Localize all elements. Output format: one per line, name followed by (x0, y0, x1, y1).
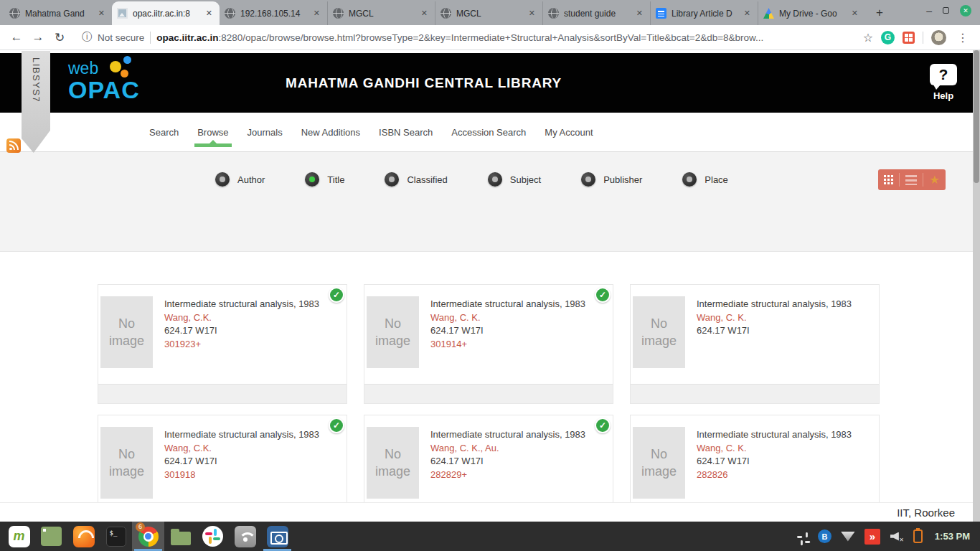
book-author[interactable]: Wang, C.K. (164, 442, 326, 456)
close-tab-icon[interactable]: ✕ (527, 7, 537, 19)
volume-muted-icon[interactable] (890, 530, 904, 543)
close-tab-icon[interactable]: ✕ (634, 7, 645, 19)
nav-journals[interactable]: Journals (238, 113, 292, 151)
sync-app-tray-icon[interactable]: » (864, 529, 880, 545)
help-label: Help (925, 90, 961, 101)
close-tab-icon[interactable]: ✕ (742, 7, 753, 19)
nav-accession-search[interactable]: Accession Search (442, 113, 535, 151)
minimize-button[interactable]: – (926, 5, 932, 17)
network-settings-launcher[interactable] (229, 522, 261, 551)
book-title[interactable]: Intermediate structural analysis, 1983 (164, 428, 326, 442)
terminal-launcher[interactable]: $_ (100, 522, 132, 551)
reload-button[interactable]: ↻ (50, 28, 69, 47)
show-desktop-button[interactable] (35, 522, 67, 551)
result-card[interactable]: ✓ No image Intermediate structural analy… (364, 284, 613, 404)
book-title[interactable]: Intermediate structural analysis, 1983 (697, 428, 859, 442)
accession-number[interactable]: 301923+ (164, 338, 326, 352)
address-bar[interactable]: ⓘ Not secure opac.iitr.ac.in:8280/opac/b… (72, 31, 860, 44)
new-tab-button[interactable]: + (870, 3, 890, 23)
nav-isbn-search[interactable]: ISBN Search (369, 113, 442, 151)
forward-button[interactable]: → (29, 28, 47, 47)
grid-view-button[interactable] (884, 175, 893, 184)
radio-icon[interactable] (385, 172, 399, 187)
list-view-button[interactable] (905, 175, 917, 185)
accession-number[interactable]: 301918 (164, 468, 326, 482)
close-tab-icon[interactable]: ✕ (311, 7, 322, 19)
book-title[interactable]: Intermediate structural analysis, 1983 (164, 298, 326, 311)
security-label[interactable]: Not secure (98, 32, 144, 43)
radio-icon[interactable] (581, 172, 595, 187)
wifi-icon (235, 526, 256, 547)
browser-tab[interactable]: MGCL ✕ (327, 1, 435, 25)
radio-icon[interactable] (305, 172, 319, 187)
bluetooth-icon[interactable]: B (818, 529, 831, 543)
book-author[interactable]: Wang, C. K. (430, 311, 593, 325)
scrollbar-thumb[interactable] (974, 50, 979, 183)
slack-launcher[interactable] (197, 522, 229, 551)
book-title[interactable]: Intermediate structural analysis, 1983 (697, 298, 859, 311)
back-button[interactable]: ← (7, 28, 26, 47)
accession-number[interactable]: 282829+ (430, 468, 593, 482)
logo-web-text: web (68, 60, 147, 77)
book-title[interactable]: Intermediate structural analysis, 1983 (430, 428, 593, 442)
help-question-icon[interactable]: ? (930, 64, 957, 85)
page-scrollbar[interactable] (973, 50, 980, 522)
available-check-icon: ✓ (329, 287, 344, 303)
browser-tab[interactable]: opac.iitr.ac.in:8 ✕ (112, 1, 220, 25)
radio-icon[interactable] (682, 172, 697, 187)
book-author[interactable]: Wang, C. K. (697, 311, 859, 325)
web-opac-logo[interactable]: web OPAC (68, 60, 147, 103)
book-author[interactable]: Wang, C. K., Au. (430, 442, 593, 456)
radio-title[interactable]: Title (305, 172, 344, 187)
grammarly-extension-icon[interactable]: G (881, 31, 895, 44)
book-author[interactable]: Wang, C. K. (697, 442, 859, 456)
grid-extension-icon[interactable] (903, 32, 915, 44)
browser-menu-icon[interactable]: ⋮ (954, 31, 971, 44)
browser-tab[interactable]: MGCL ✕ (435, 1, 542, 25)
close-window-button[interactable]: ✕ (960, 5, 971, 17)
result-card[interactable]: ✓ No image Intermediate structural analy… (98, 284, 347, 404)
help-button[interactable]: ? Help (925, 64, 961, 101)
site-info-icon[interactable]: ⓘ (82, 31, 92, 44)
firefox-launcher[interactable] (67, 522, 100, 551)
accession-number[interactable]: 282826 (697, 468, 859, 482)
close-tab-icon[interactable]: ✕ (204, 7, 215, 19)
profile-avatar[interactable] (931, 30, 946, 45)
screenshot-tool-button[interactable] (261, 522, 293, 551)
radio-icon[interactable] (488, 172, 502, 187)
nav-search[interactable]: Search (140, 113, 188, 151)
radio-icon[interactable] (215, 172, 230, 187)
bookmark-star-icon[interactable]: ☆ (863, 31, 873, 44)
browser-tab[interactable]: Mahatma Gand ✕ (4, 1, 112, 25)
radio-subject[interactable]: Subject (488, 172, 541, 187)
rss-feed-icon[interactable] (6, 138, 21, 153)
close-tab-icon[interactable]: ✕ (419, 7, 430, 19)
favourites-view-button[interactable]: ★ (930, 174, 940, 186)
file-manager-launcher[interactable] (164, 522, 197, 551)
nav-new-additions[interactable]: New Additions (292, 113, 369, 151)
close-tab-icon[interactable]: ✕ (96, 7, 107, 19)
maximize-button[interactable] (943, 7, 949, 14)
radio-author[interactable]: Author (215, 172, 265, 187)
radio-place[interactable]: Place (682, 172, 728, 187)
browser-tab[interactable]: My Drive - Goo ✕ (758, 1, 865, 25)
nav-my-account[interactable]: My Account (535, 113, 602, 151)
wifi-status-icon[interactable] (841, 532, 855, 542)
url-text[interactable]: opac.iitr.ac.in:8280/opac/browse/browse.… (156, 32, 763, 43)
slack-tray-icon[interactable] (794, 529, 809, 544)
browser-tab[interactable]: student guide ✕ (542, 1, 650, 25)
close-tab-icon[interactable]: ✕ (849, 7, 860, 19)
result-card[interactable]: ✓ No image Intermediate structural analy… (630, 284, 880, 404)
mint-menu-button[interactable]: m (3, 522, 35, 551)
browser-tab[interactable]: 192.168.105.14 ✕ (220, 1, 327, 25)
clock[interactable]: 1:53 PM (932, 531, 973, 542)
chrome-window-button[interactable]: 6 (132, 522, 164, 551)
book-author[interactable]: Wang, C.K. (164, 311, 326, 325)
browser-tab[interactable]: Library Article D ✕ (650, 1, 758, 25)
book-title[interactable]: Intermediate structural analysis, 1983 (430, 298, 593, 311)
accession-number[interactable]: 301914+ (430, 338, 593, 352)
nav-browse[interactable]: Browse (188, 113, 237, 151)
radio-classified[interactable]: Classified (385, 172, 447, 187)
battery-icon[interactable] (913, 529, 923, 543)
radio-publisher[interactable]: Publisher (581, 172, 642, 187)
